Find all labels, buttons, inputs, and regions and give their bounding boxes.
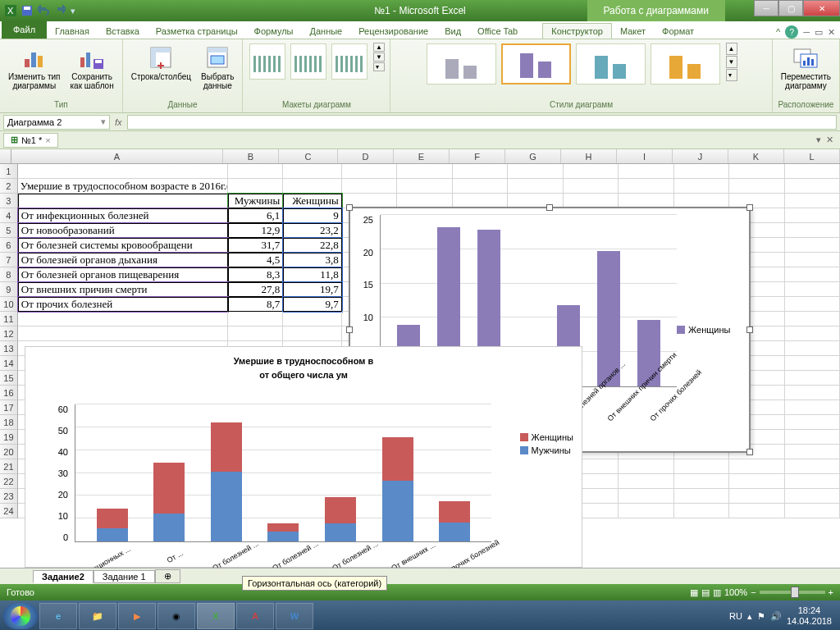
cell[interactable] bbox=[785, 356, 840, 371]
mdi-min-icon[interactable]: ─ bbox=[803, 27, 810, 37]
row-header[interactable]: 22 bbox=[0, 474, 18, 489]
save-icon[interactable] bbox=[20, 3, 34, 18]
chart-layout-3[interactable] bbox=[331, 43, 368, 80]
cell[interactable]: От болезней органов дыхания bbox=[18, 253, 228, 267]
cell[interactable] bbox=[508, 179, 563, 194]
cell[interactable] bbox=[785, 238, 840, 253]
change-chart-type-button[interactable]: Изменить типдиаграммы bbox=[5, 43, 63, 92]
resize-handle-nw[interactable] bbox=[346, 204, 353, 211]
mdi-close-icon[interactable]: ✕ bbox=[828, 27, 835, 38]
cell[interactable]: 22,8 bbox=[283, 238, 341, 253]
cell[interactable] bbox=[674, 164, 729, 179]
row-header[interactable]: 9 bbox=[0, 282, 18, 297]
fx-icon[interactable]: fx bbox=[115, 117, 122, 127]
cell[interactable] bbox=[785, 326, 840, 341]
taskbar-excel[interactable]: X bbox=[197, 603, 235, 629]
row-header[interactable]: 10 bbox=[0, 297, 18, 312]
col-header-C[interactable]: C bbox=[279, 149, 338, 163]
start-button[interactable] bbox=[3, 603, 38, 629]
switch-row-column-button[interactable]: Строка/столбец bbox=[128, 43, 194, 83]
formula-input[interactable] bbox=[127, 115, 837, 130]
chart-style-3[interactable] bbox=[576, 43, 646, 84]
row-header[interactable]: 8 bbox=[0, 267, 18, 282]
tray-volume-icon[interactable]: 🔊 bbox=[770, 611, 782, 622]
cell[interactable] bbox=[674, 179, 729, 194]
tab-design[interactable]: Конструктор bbox=[542, 23, 612, 39]
cell[interactable] bbox=[619, 474, 673, 489]
cell[interactable] bbox=[729, 459, 784, 474]
cell[interactable]: 4,5 bbox=[228, 253, 283, 267]
zoom-slider[interactable] bbox=[760, 591, 825, 594]
name-box[interactable]: Диаграмма 2▾ bbox=[3, 115, 110, 130]
cell[interactable] bbox=[785, 341, 840, 356]
resize-handle-se[interactable] bbox=[746, 449, 753, 455]
col-header-I[interactable]: I bbox=[617, 149, 673, 163]
row-header[interactable]: 19 bbox=[0, 430, 18, 445]
cell[interactable] bbox=[785, 164, 840, 179]
cell[interactable] bbox=[283, 312, 341, 326]
cell[interactable]: 27,8 bbox=[228, 282, 283, 297]
chart2-stacked-bar[interactable] bbox=[97, 509, 128, 541]
cell[interactable] bbox=[342, 164, 397, 179]
chart-style-4[interactable] bbox=[651, 43, 720, 84]
row-header[interactable]: 21 bbox=[0, 459, 18, 474]
cell[interactable]: 8,3 bbox=[228, 267, 283, 282]
style-scroll-down-icon[interactable]: ▼ bbox=[726, 56, 737, 68]
cell[interactable] bbox=[564, 179, 619, 194]
cell[interactable]: 19,7 bbox=[283, 282, 341, 297]
col-header-F[interactable]: F bbox=[450, 149, 505, 163]
select-data-button[interactable]: Выбратьданные bbox=[198, 43, 237, 92]
resize-handle-w[interactable] bbox=[346, 326, 353, 333]
cell[interactable] bbox=[785, 474, 840, 489]
cell[interactable] bbox=[283, 179, 341, 194]
doc-tabs-dropdown-icon[interactable]: ▾ bbox=[816, 135, 821, 145]
zoom-level[interactable]: 100% bbox=[724, 587, 747, 597]
sheet-tab-1[interactable]: Задание2 bbox=[33, 570, 94, 583]
chart-layout-2[interactable] bbox=[290, 43, 326, 80]
chart-layout-1[interactable] bbox=[249, 43, 285, 80]
cell[interactable]: Мужчины bbox=[228, 194, 283, 208]
cell[interactable] bbox=[619, 489, 673, 504]
cell[interactable]: От болезней органов пищеварения bbox=[18, 267, 228, 282]
cell[interactable] bbox=[785, 386, 840, 400]
cell[interactable] bbox=[785, 282, 840, 297]
cell[interactable] bbox=[283, 164, 341, 179]
cell[interactable]: 6,1 bbox=[228, 208, 283, 223]
cell[interactable] bbox=[619, 504, 673, 518]
row-header[interactable]: 13 bbox=[0, 341, 18, 356]
style-scroll-up-icon[interactable]: ▲ bbox=[726, 43, 737, 55]
taskbar-word[interactable]: W bbox=[276, 603, 313, 629]
taskbar-explorer[interactable]: 📁 bbox=[79, 603, 116, 629]
cell[interactable] bbox=[785, 253, 840, 267]
zoom-out-button[interactable]: − bbox=[751, 587, 756, 597]
col-header-J[interactable]: J bbox=[673, 149, 728, 163]
chart-style-1[interactable] bbox=[427, 43, 496, 84]
layout-scroll-down-icon[interactable]: ▼ bbox=[373, 52, 385, 62]
resize-handle-n[interactable] bbox=[546, 204, 553, 211]
tab-page-layout[interactable]: Разметка страницы bbox=[148, 24, 246, 39]
view-page-layout-icon[interactable]: ▤ bbox=[701, 587, 710, 598]
chart2-stacked-bar[interactable] bbox=[211, 422, 242, 541]
view-normal-icon[interactable]: ▦ bbox=[690, 587, 698, 598]
cell[interactable] bbox=[619, 179, 673, 194]
cell[interactable] bbox=[453, 179, 508, 194]
cell[interactable] bbox=[453, 164, 508, 179]
cell[interactable] bbox=[619, 164, 673, 179]
cell[interactable] bbox=[785, 400, 840, 415]
tab-data[interactable]: Данные bbox=[301, 24, 350, 39]
layout-more-icon[interactable]: ▾ bbox=[373, 62, 385, 71]
row-header[interactable]: 1 bbox=[0, 164, 18, 179]
row-header[interactable]: 17 bbox=[0, 400, 18, 415]
worksheet-area[interactable]: ABCDEFGHIJKL 12Умершие в трудоспособном … bbox=[0, 149, 840, 568]
cell[interactable]: 9 bbox=[283, 208, 341, 223]
file-tab[interactable]: Файл bbox=[2, 21, 47, 39]
doc-tabs-close-icon[interactable]: ✕ bbox=[826, 135, 833, 145]
chart2-stacked-bar[interactable] bbox=[153, 463, 185, 541]
cell[interactable] bbox=[342, 179, 397, 194]
cell[interactable] bbox=[18, 312, 228, 326]
row-header[interactable]: 3 bbox=[0, 194, 18, 208]
save-as-template-button[interactable]: Сохранитькак шаблон bbox=[66, 43, 116, 92]
cell[interactable]: 23,2 bbox=[283, 223, 341, 238]
chart2-plot-area[interactable] bbox=[75, 404, 491, 542]
row-header[interactable]: 18 bbox=[0, 415, 18, 430]
